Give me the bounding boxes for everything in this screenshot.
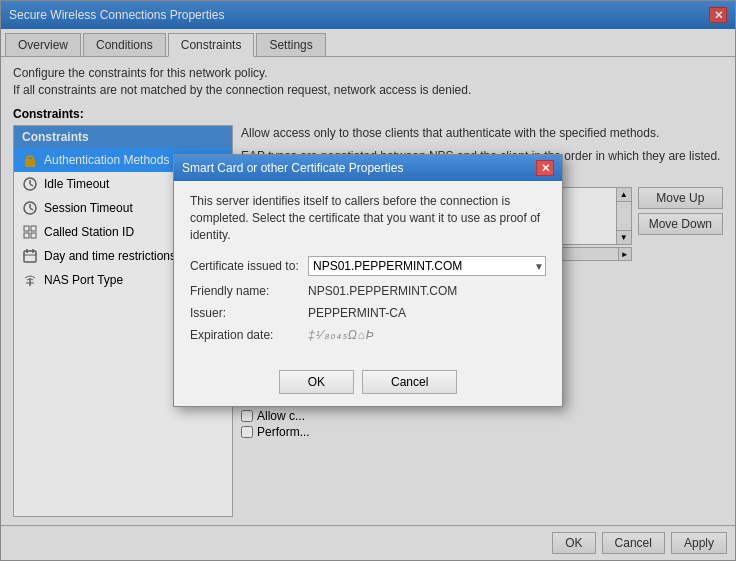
issuer-label: Issuer: (190, 306, 300, 320)
expiration-value: ‡¹⁄₈₀₄₅Ω⌂Þ (308, 328, 546, 342)
modal-title: Smart Card or other Certificate Properti… (182, 161, 403, 175)
cert-issued-label: Certificate issued to: (190, 259, 300, 273)
cert-select[interactable]: NPS01.PEPPERMINT.COM (308, 256, 546, 276)
modal-cancel-button[interactable]: Cancel (362, 370, 457, 394)
friendly-name-value: NPS01.PEPPERMINT.COM (308, 284, 546, 298)
modal-ok-button[interactable]: OK (279, 370, 354, 394)
modal-footer: OK Cancel (174, 362, 562, 406)
expiration-field: Expiration date: ‡¹⁄₈₀₄₅Ω⌂Þ (190, 328, 546, 342)
cert-issued-field: Certificate issued to: NPS01.PEPPERMINT.… (190, 256, 546, 276)
expiration-label: Expiration date: (190, 328, 300, 342)
friendly-name-label: Friendly name: (190, 284, 300, 298)
modal-overlay: Smart Card or other Certificate Properti… (1, 1, 735, 560)
modal-body: This server identifies itself to callers… (174, 181, 562, 361)
main-window: Secure Wireless Connections Properties ✕… (0, 0, 736, 561)
modal-close-button[interactable]: ✕ (536, 160, 554, 176)
modal-description: This server identifies itself to callers… (190, 193, 546, 243)
cert-select-wrapper: NPS01.PEPPERMINT.COM ▼ (308, 256, 546, 276)
issuer-field: Issuer: PEPPERMINT-CA (190, 306, 546, 320)
modal-dialog: Smart Card or other Certificate Properti… (173, 154, 563, 406)
issuer-value: PEPPERMINT-CA (308, 306, 546, 320)
friendly-name-field: Friendly name: NPS01.PEPPERMINT.COM (190, 284, 546, 298)
modal-title-bar: Smart Card or other Certificate Properti… (174, 155, 562, 181)
